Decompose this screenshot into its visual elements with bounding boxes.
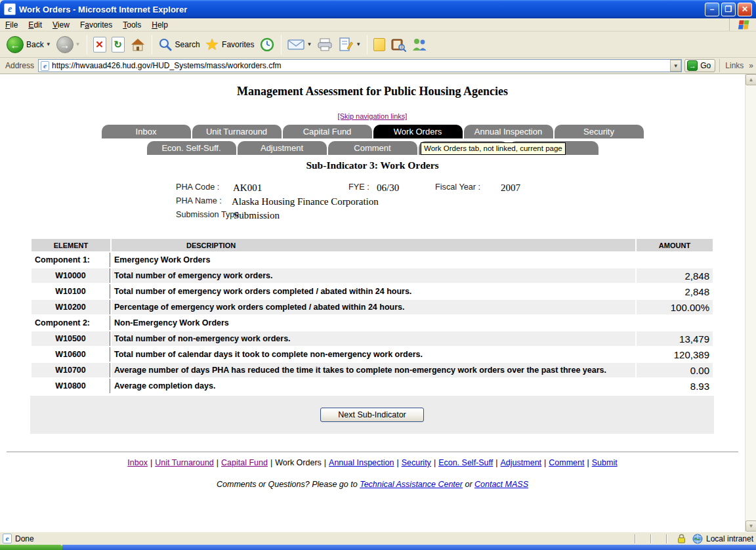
- zone-label: Local intranet: [706, 534, 753, 543]
- edit-dropdown-icon[interactable]: ▼: [356, 41, 361, 47]
- forward-icon: →: [56, 36, 74, 53]
- go-button[interactable]: → Go: [684, 59, 715, 72]
- footer-navigation: Inbox|Unit Turnaround|Capital Fund|Work …: [0, 458, 745, 467]
- next-sub-indicator-button[interactable]: Next Sub-Indicator: [320, 408, 424, 422]
- footer-divider: [7, 452, 738, 452]
- back-icon: ←: [7, 36, 24, 53]
- footer-link-comment[interactable]: Comment: [549, 458, 584, 467]
- tab-unit-turnaround[interactable]: Unit Turnaround: [192, 125, 282, 138]
- address-label: Address: [5, 61, 34, 70]
- refresh-button[interactable]: ↻: [109, 35, 127, 54]
- footer-link-capital-fund[interactable]: Capital Fund: [221, 458, 268, 467]
- start-button-edge[interactable]: [0, 545, 62, 550]
- taskbar-edge: [62, 545, 756, 550]
- pha-name-label: PHA Name :: [176, 196, 222, 205]
- menu-tools[interactable]: Tools: [117, 19, 146, 31]
- address-dropdown-icon[interactable]: ▼: [670, 60, 681, 72]
- menu-bar: FileEditViewFavoritesToolsHelp: [0, 18, 756, 32]
- cell-amount: 2,848: [637, 268, 713, 283]
- footer-link-annual-inspection[interactable]: Annual Inspection: [329, 458, 394, 467]
- search-icon: [158, 37, 173, 52]
- table-row: Component 1:Emergency Work Orders: [32, 253, 713, 267]
- footer-link-separator: |: [270, 458, 272, 467]
- browser-window: e Work Orders - Microsoft Internet Explo…: [0, 0, 756, 550]
- search-button[interactable]: Search: [156, 36, 203, 53]
- favorites-button[interactable]: ★ Favorites: [203, 35, 257, 54]
- page-title: Management Assessment for Public Housing…: [0, 85, 745, 98]
- cell-amount: 2,848: [637, 284, 713, 299]
- scroll-up-icon[interactable]: ▲: [746, 74, 756, 85]
- toolbar: ← Back ▼ → ▼ ✕ ↻ Search: [0, 32, 756, 58]
- messenger-button[interactable]: [409, 36, 430, 53]
- history-icon: [259, 37, 275, 53]
- menu-help[interactable]: Help: [146, 19, 173, 31]
- toolbar-separator: [281, 35, 282, 54]
- notes-icon: [373, 38, 385, 51]
- page-icon: e: [41, 61, 49, 71]
- skip-navigation-link[interactable]: [Skip navigation links]: [338, 112, 408, 120]
- cell-element: Component 1:: [32, 253, 110, 267]
- home-button[interactable]: [127, 35, 148, 54]
- cell-description: Total number of calendar days it took to…: [112, 347, 635, 362]
- history-button[interactable]: [257, 35, 278, 54]
- tab-econ-self-suff[interactable]: Econ. Self-Suff.: [147, 141, 236, 155]
- research-button[interactable]: [388, 36, 409, 53]
- menu-favorites[interactable]: Favorites: [75, 19, 117, 31]
- tab-row-secondary: Econ. Self-Suff.AdjustmentCommentSubmitH…: [0, 141, 745, 155]
- tab-adjustment[interactable]: Adjustment: [238, 141, 327, 155]
- restore-button[interactable]: ❐: [721, 3, 736, 16]
- footer-link-adjustment[interactable]: Adjustment: [501, 458, 542, 467]
- statusbar-divider: [635, 534, 636, 543]
- status-text: Done: [15, 534, 627, 543]
- go-arrow-icon: →: [687, 60, 698, 71]
- footer-link-security[interactable]: Security: [402, 458, 431, 467]
- mail-button[interactable]: ▼: [285, 37, 314, 52]
- menu-view[interactable]: View: [47, 19, 75, 31]
- links-chevron-icon[interactable]: »: [749, 61, 753, 70]
- menu-edit[interactable]: Edit: [23, 19, 47, 31]
- menu-file[interactable]: File: [0, 19, 23, 31]
- tab-inbox[interactable]: Inbox: [102, 125, 191, 138]
- address-input[interactable]: e https://hwvauad426.hud.gov/HUD_Systems…: [38, 59, 682, 72]
- cell-element: W10200: [32, 300, 110, 314]
- toolbar-separator: [367, 35, 368, 54]
- notes-button[interactable]: [371, 37, 388, 53]
- vertical-scrollbar[interactable]: ▲ ▼: [745, 74, 756, 532]
- close-button[interactable]: ✕: [738, 3, 752, 16]
- footer-link-separator: |: [396, 458, 398, 467]
- tab-tooltip: Work Orders tab, not linked, current pag…: [421, 142, 566, 155]
- column-header-element: ELEMENT: [32, 239, 110, 251]
- back-dropdown-icon[interactable]: ▼: [46, 41, 51, 47]
- forward-dropdown-icon[interactable]: ▼: [75, 41, 81, 47]
- footer-link-unit-turnaround[interactable]: Unit Turnaround: [155, 458, 214, 467]
- back-button[interactable]: ← Back ▼: [4, 35, 54, 54]
- comments-text: Comments or Questions? Please go to: [217, 480, 360, 489]
- links-toolbar[interactable]: Links »: [719, 59, 753, 72]
- fiscal-year-label: Fiscal Year :: [435, 182, 480, 192]
- footer-link-submit[interactable]: Submit: [592, 458, 618, 467]
- footer-link-separator: |: [544, 458, 546, 467]
- footer-link-inbox[interactable]: Inbox: [127, 458, 148, 467]
- minimize-button[interactable]: –: [705, 3, 719, 16]
- footer-link-separator: |: [324, 458, 326, 467]
- fye-label: FYE :: [348, 182, 369, 192]
- stop-button[interactable]: ✕: [91, 35, 109, 54]
- address-url[interactable]: https://hwvauad426.hud.gov/HUD_Systems/m…: [52, 61, 670, 70]
- window-title: Work Orders - Microsoft Internet Explore…: [19, 5, 703, 14]
- tab-capital-fund[interactable]: Capital Fund: [283, 125, 372, 138]
- tab-work-orders[interactable]: Work Orders: [373, 125, 463, 138]
- mail-dropdown-icon[interactable]: ▼: [306, 41, 312, 47]
- tab-annual-inspection[interactable]: Annual Inspection: [464, 125, 553, 138]
- print-button[interactable]: [314, 36, 335, 53]
- tab-comment[interactable]: Comment: [328, 141, 417, 155]
- forward-button[interactable]: → ▼: [54, 35, 83, 54]
- tab-security[interactable]: Security: [555, 125, 644, 138]
- table-row: Component 2:Non-Emergency Work Orders: [32, 316, 713, 330]
- contact-mass-link[interactable]: Contact MASS: [474, 480, 528, 489]
- edit-button[interactable]: ▼: [335, 35, 364, 54]
- edit-icon: [338, 37, 354, 53]
- technical-assistance-link[interactable]: Technical Assistance Center: [360, 480, 463, 489]
- footer-link-econ-self-suff[interactable]: Econ. Self-Suff: [438, 458, 493, 467]
- scroll-down-icon[interactable]: ▼: [746, 520, 756, 532]
- ie-app-icon: e: [4, 3, 16, 15]
